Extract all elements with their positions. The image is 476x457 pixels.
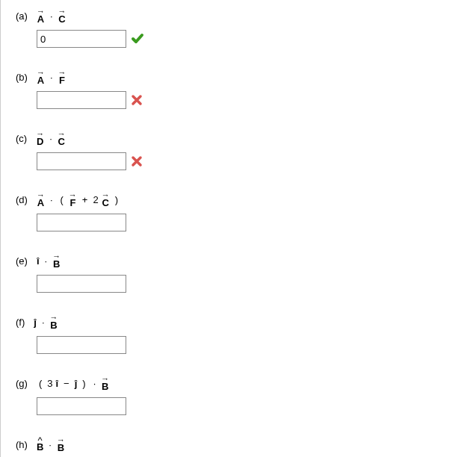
unit-B-hat: ^B [37,438,43,452]
lparen: ( [61,194,64,205]
dot-op: · [50,194,53,205]
vector-A: →A [37,69,45,85]
dot-op: · [49,133,52,144]
question-f: (f) ĵ · →B [16,314,461,354]
lparen: ( [39,378,42,389]
label-marker-b: (b) [16,72,28,83]
cross-icon [131,94,143,106]
question-d: (d) →A · ( →F + 2 →C ) [16,191,461,231]
question-d-label: (d) →A · ( →F + 2 →C ) [16,191,461,208]
question-a: (a) →A · →C [16,7,461,48]
vector-C: →C [58,130,66,146]
answer-input-d[interactable] [37,214,126,231]
vector-F: →F [58,69,67,85]
answer-row-c [37,152,461,170]
unit-j-hat: ĵ [34,317,37,328]
label-marker-c: (c) [16,133,27,144]
vector-B: →B [50,314,58,330]
answer-input-f[interactable] [37,336,126,354]
question-e-label: (e) î · →B [16,252,461,269]
unit-i-hat: î [37,255,40,267]
question-c-label: (c) →D · →C [16,130,461,146]
question-f-label: (f) ĵ · →B [16,314,461,330]
vector-B: →B [57,436,65,453]
answer-input-c[interactable] [37,152,126,170]
question-g: (g) ( 3 î − ĵ ) · →B [16,375,461,415]
rparen: ) [82,378,85,389]
dot-op: · [93,378,96,389]
answer-row-b [37,91,461,109]
vector-F: →F [69,191,77,208]
question-g-label: (g) ( 3 î − ĵ ) · →B [16,375,461,391]
answer-input-e[interactable] [37,275,126,293]
minus-op: − [64,378,69,389]
check-icon [131,32,144,46]
label-marker-h: (h) [16,439,28,450]
rparen: ) [115,194,118,205]
dot-op: · [49,439,52,450]
answer-row-g [37,397,461,415]
vector-A: →A [37,7,45,24]
question-a-label: (a) →A · →C [16,7,461,24]
unit-j-hat: ĵ [75,378,78,389]
dot-op: · [50,72,53,83]
label-marker-d: (d) [16,194,28,205]
dot-op: · [42,317,45,328]
question-h-label: (h) ^B · →B [16,436,461,453]
dot-op: · [50,10,53,22]
label-marker-f: (f) [16,317,25,328]
answer-input-b[interactable] [37,91,126,109]
vector-B: →B [101,375,109,391]
question-e: (e) î · →B [16,252,461,293]
label-marker-a: (a) [16,10,28,22]
dot-op: · [45,255,48,267]
answer-row-d [37,214,461,231]
vector-B: →B [52,252,61,269]
question-h: (h) ^B · →B [16,436,461,457]
answer-input-a[interactable] [37,30,126,48]
vector-C: →C [58,7,67,24]
question-c: (c) →D · →C [16,130,461,170]
label-marker-g: (g) [16,378,28,389]
unit-i-hat: î [55,378,58,389]
answer-row-f [37,336,461,354]
scalar-3: 3 [47,378,52,389]
cross-icon [131,155,143,167]
vector-A: →A [37,191,45,208]
vector-C: →C [102,191,110,208]
answer-row-e [37,275,461,293]
scalar-2: 2 [93,194,98,205]
answer-input-g[interactable] [37,397,126,415]
plus-op: + [82,194,88,205]
label-marker-e: (e) [16,255,28,267]
question-b-label: (b) →A · →F [16,69,461,85]
question-b: (b) →A · →F [16,69,461,109]
answer-row-a [37,30,461,48]
vector-D: →D [36,130,44,146]
